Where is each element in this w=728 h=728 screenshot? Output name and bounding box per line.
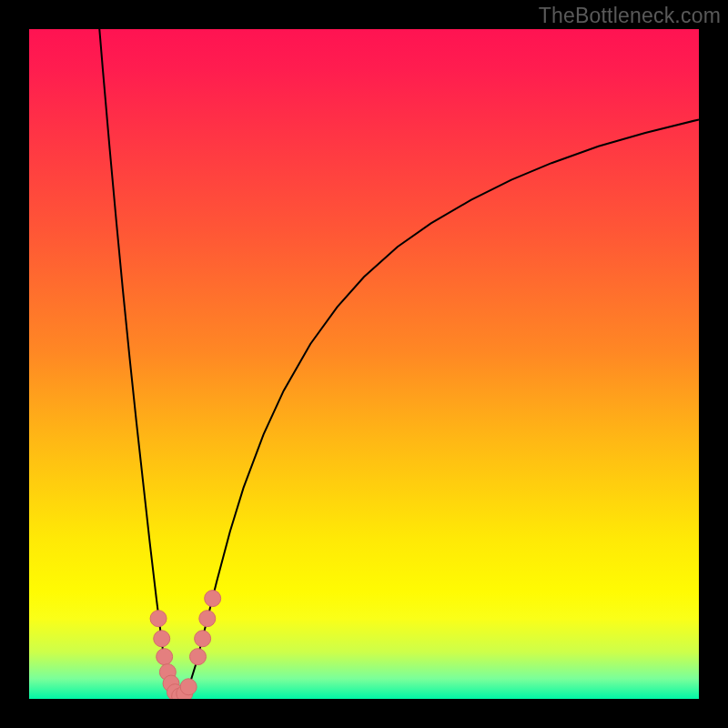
chart-frame: TheBottleneck.com bbox=[0, 0, 728, 728]
data-marker bbox=[157, 649, 173, 665]
data-marker bbox=[154, 631, 170, 647]
data-marker bbox=[205, 591, 221, 607]
data-marker bbox=[150, 611, 167, 627]
chart-svg bbox=[29, 29, 699, 699]
data-marker bbox=[199, 611, 216, 627]
curve-left-branch bbox=[99, 29, 179, 697]
curve-right-branch bbox=[180, 119, 699, 696]
chart-plot-area bbox=[29, 29, 699, 699]
watermark-text: TheBottleneck.com bbox=[539, 4, 721, 28]
marker-group bbox=[150, 591, 221, 699]
data-marker bbox=[195, 631, 211, 647]
data-marker bbox=[180, 679, 197, 695]
data-marker bbox=[189, 649, 206, 665]
